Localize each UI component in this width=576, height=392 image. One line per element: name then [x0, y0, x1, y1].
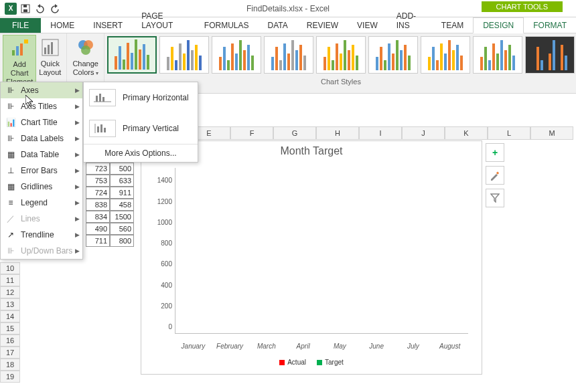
tab-addins[interactable]: ADD-INS [387, 9, 432, 33]
excel-logo-icon[interactable]: X [4, 2, 17, 15]
row-header[interactable]: 16 [0, 334, 20, 347]
chevron-right-icon: ▶ [75, 119, 80, 126]
menu-axes[interactable]: ⊪Axes▶ [1, 82, 82, 98]
cell[interactable]: 800 [110, 235, 134, 247]
error-bars-icon: ⊥ [5, 165, 17, 176]
row-header[interactable]: 11 [0, 274, 20, 286]
tab-team[interactable]: TEAM [432, 18, 473, 33]
tab-view[interactable]: VIEW [348, 18, 387, 33]
row-header[interactable]: 10 [0, 262, 20, 274]
menu-trendline[interactable]: ↗Trendline▶ [1, 227, 82, 243]
cell[interactable]: 1500 [110, 211, 134, 223]
chart-style-thumb[interactable] [473, 36, 522, 74]
menu-data-labels[interactable]: ⊪Data Labels▶ [1, 130, 82, 146]
row-header[interactable]: 12 [0, 286, 20, 298]
menu-chart-title[interactable]: 📊Chart Title▶ [1, 114, 82, 130]
visible-cells: 7235007536337249118384588341500490560711… [86, 163, 134, 247]
cell[interactable]: 633 [110, 175, 134, 187]
menu-error-bars[interactable]: ⊥Error Bars▶ [1, 163, 82, 179]
chart-filters-button[interactable] [486, 189, 504, 207]
chart[interactable]: Month Target 020040060080010001200140016… [141, 140, 482, 375]
column-header[interactable]: L [488, 126, 530, 140]
axes-submenu: Primary Horizontal Primary Vertical More… [83, 82, 198, 163]
chart-style-thumb[interactable] [316, 36, 366, 74]
legend[interactable]: ActualTarget [141, 359, 482, 366]
chart-style-thumb[interactable] [212, 36, 261, 74]
chart-style-thumb[interactable] [107, 36, 157, 74]
column-headers: EFGHIJKLM [188, 126, 576, 140]
svg-rect-20 [100, 124, 102, 132]
chart-style-thumb[interactable] [525, 36, 575, 74]
undo-icon[interactable] [33, 2, 47, 15]
submenu-primary-horizontal[interactable]: Primary Horizontal [84, 82, 198, 113]
column-header[interactable]: J [402, 126, 445, 140]
x-label: April [287, 342, 319, 350]
menu-data-table[interactable]: ▦Data Table▶ [1, 146, 82, 163]
save-icon[interactable] [19, 2, 32, 15]
cell[interactable]: 490 [86, 223, 110, 235]
window-title: FindDetails.xlsx - Excel [246, 4, 330, 13]
row-header[interactable]: 19 [0, 371, 20, 383]
change-colors-button[interactable]: Change Colors [70, 35, 101, 80]
chevron-right-icon: ▶ [75, 231, 80, 238]
svg-rect-8 [44, 47, 46, 54]
tab-data[interactable]: DATA [259, 18, 297, 33]
chart-style-thumb[interactable] [421, 36, 470, 74]
cell[interactable]: 500 [110, 163, 134, 175]
cell[interactable]: 711 [86, 235, 110, 247]
row-header[interactable]: 14 [0, 310, 20, 322]
cell[interactable]: 838 [86, 199, 110, 211]
column-header[interactable]: H [316, 126, 359, 140]
colors-icon [75, 37, 96, 58]
primary-v-icon [89, 120, 116, 137]
chart-styles-button[interactable] [486, 166, 504, 185]
chart-elements-button[interactable]: + [486, 143, 504, 162]
row-header[interactable]: 17 [0, 347, 20, 359]
legend-item[interactable]: Target [317, 359, 344, 366]
column-header[interactable]: G [273, 126, 316, 140]
cell[interactable]: 723 [86, 163, 110, 175]
menu-gridlines[interactable]: ▦Gridlines▶ [1, 179, 82, 195]
row-header[interactable]: 13 [0, 298, 20, 310]
tab-design[interactable]: DESIGN [473, 17, 524, 33]
tab-format[interactable]: FORMAT [524, 18, 576, 33]
tab-review[interactable]: REVIEW [297, 18, 348, 33]
tab-insert[interactable]: INSERT [84, 18, 132, 33]
tab-home[interactable]: HOME [41, 18, 84, 33]
column-header[interactable]: K [445, 126, 488, 140]
x-axis-labels: JanuaryFebruaryMarchAprilMayJuneJulyAugu… [175, 342, 468, 350]
menu-legend[interactable]: ≡Legend▶ [1, 195, 82, 211]
chart-style-thumb[interactable] [368, 36, 418, 74]
menu-updown-bars: ⊪Up/Down Bars▶ [1, 243, 82, 259]
y-tick: 1200 [157, 197, 172, 205]
cell[interactable]: 560 [110, 223, 134, 235]
column-header[interactable]: F [230, 126, 273, 140]
row-header[interactable]: 15 [0, 322, 20, 334]
column-header[interactable]: M [530, 126, 573, 140]
column-header[interactable]: I [359, 126, 402, 140]
cell[interactable]: 911 [110, 187, 134, 199]
cell[interactable]: 458 [110, 199, 134, 211]
chevron-right-icon: ▶ [75, 135, 80, 142]
chevron-right-icon: ▶ [75, 248, 80, 254]
cell[interactable]: 753 [86, 175, 110, 187]
redo-icon[interactable] [48, 2, 62, 15]
legend-icon: ≡ [5, 197, 17, 208]
svg-rect-3 [12, 50, 15, 56]
titlebar: X FindDetails.xlsx - Excel CHART TOOLS [0, 0, 576, 17]
tab-formulas[interactable]: FORMULAS [195, 18, 259, 33]
tab-file[interactable]: FILE [0, 18, 41, 33]
submenu-primary-vertical[interactable]: Primary Vertical [84, 113, 198, 144]
tab-page-layout[interactable]: PAGE LAYOUT [132, 9, 195, 33]
plot-area[interactable] [175, 168, 468, 334]
legend-item[interactable]: Actual [279, 359, 306, 366]
cell[interactable]: 834 [86, 211, 110, 223]
cell[interactable]: 724 [86, 187, 110, 199]
menu-axis-titles[interactable]: ⊪Axis Titles▶ [1, 98, 82, 114]
submenu-more-axis-options[interactable]: More Axis Options... [84, 144, 198, 162]
chart-style-thumb[interactable] [159, 36, 209, 74]
chart-style-thumb[interactable] [264, 36, 313, 74]
row-header[interactable]: 18 [0, 359, 20, 371]
x-label: March [250, 342, 283, 350]
x-label: August [434, 342, 466, 350]
